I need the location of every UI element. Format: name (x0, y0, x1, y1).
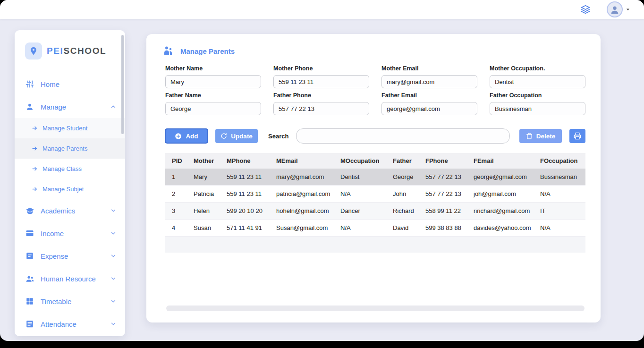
sidebar-item-human-resource[interactable]: Human Resource (15, 267, 125, 290)
user-avatar[interactable] (607, 1, 623, 17)
sidebar-item-label: Academics (41, 207, 110, 215)
sidebar-item-income[interactable]: Income (15, 222, 125, 245)
table-row[interactable]: 2 Patricia 559 11 23 11 patricia@gmail.c… (165, 186, 585, 203)
cell-fphone: 557 77 22 13 (422, 186, 470, 203)
sidebar-subitem-label: Manage Subjet (42, 186, 84, 193)
chevron-down-icon (110, 298, 117, 305)
cell-moccupation: N/A (337, 220, 389, 237)
sidebar-item-manage-student[interactable]: Manage Student (15, 118, 125, 138)
chevron-up-icon (110, 103, 117, 110)
sidebar-item-manage-class[interactable]: Manage Class (15, 159, 125, 179)
trash-icon (526, 133, 533, 139)
sidebar-subitem-label: Manage Class (42, 165, 82, 172)
search-input[interactable] (296, 128, 510, 144)
cell-moccupation: Dentist (337, 169, 389, 186)
cell-memail: mary@gmail.com (272, 169, 337, 186)
cell-father: George (389, 169, 422, 186)
update-button-label: Update (231, 133, 253, 140)
sidebar-item-label: Manage (41, 103, 110, 111)
sidebar-item-academics[interactable]: Academics (15, 199, 125, 222)
sidebar-item-label: Human Resource (41, 275, 110, 283)
mother-email-input[interactable] (381, 75, 477, 88)
cell-fphone: 557 77 22 13 (422, 169, 470, 186)
father-email-input[interactable] (381, 102, 477, 115)
column-header[interactable]: MEmail (272, 153, 337, 169)
sidebar-subitem-label: Manage Student (42, 125, 87, 132)
cell-fphone: 558 99 11 22 (422, 203, 470, 220)
column-header[interactable]: FEmail (470, 153, 536, 169)
cell-father: John (389, 186, 422, 203)
layers-icon[interactable] (580, 4, 591, 15)
table-header: PID Mother MPhone MEmail MOccupation Fat… (165, 153, 585, 169)
arrow-right-icon (32, 125, 38, 131)
field-label: Mother Phone (273, 65, 369, 72)
table-row[interactable]: 1 Mary 559 11 23 11 mary@gmail.com Denti… (165, 169, 585, 186)
field-label: Mother Name (165, 65, 261, 72)
chevron-down-icon (110, 230, 117, 237)
add-button[interactable]: Add (165, 129, 208, 143)
update-button[interactable]: Update (215, 129, 258, 143)
column-header[interactable]: FOccupation (536, 153, 585, 169)
column-header[interactable]: PID (165, 153, 190, 169)
column-header[interactable]: FPhone (422, 153, 470, 169)
search-label: Search (268, 133, 288, 140)
field-label: Father Occupation (490, 92, 585, 99)
field-label: Mother Occupation. (490, 65, 585, 72)
field-mother-name: Mother Name (165, 65, 261, 88)
cell-father: David (389, 220, 422, 237)
cell-foccupation: N/A (536, 186, 585, 203)
mother-name-input[interactable] (165, 75, 261, 88)
horizontal-scrollbar[interactable] (166, 306, 585, 311)
sidebar: PEISCHOOL Home Manage (15, 30, 125, 336)
people-icon (25, 274, 34, 283)
receipt-card-icon (25, 251, 34, 261)
parents-icon (162, 45, 174, 57)
chevron-down-icon (110, 253, 117, 259)
column-header[interactable]: Father (389, 153, 422, 169)
arrow-right-icon (32, 166, 38, 172)
empty-table-row (165, 237, 585, 253)
cell-pid: 3 (165, 203, 190, 220)
sidebar-nav: Home Manage Manage Student (15, 73, 125, 335)
father-phone-input[interactable] (273, 102, 369, 115)
parents-table: PID Mother MPhone MEmail MOccupation Fat… (165, 153, 585, 237)
sidebar-item-manage[interactable]: Manage (15, 95, 125, 118)
cell-femail: joh@gmail.com (470, 186, 536, 203)
delete-button[interactable]: Delete (519, 129, 562, 143)
cell-pid: 4 (165, 220, 190, 237)
sidebar-scrollbar[interactable] (121, 35, 124, 134)
parents-table-region: PID Mother MPhone MEmail MOccupation Fat… (165, 153, 585, 312)
field-label: Father Phone (273, 92, 369, 99)
sidebar-subitem-label: Manage Parents (42, 145, 87, 152)
table-row[interactable]: 3 Helen 599 20 10 20 hoheln@gmail.com Da… (165, 203, 585, 220)
print-button[interactable] (569, 129, 585, 143)
delete-button-label: Delete (536, 133, 556, 140)
father-name-input[interactable] (165, 102, 261, 115)
sidebar-item-expense[interactable]: Expense (15, 245, 125, 267)
column-header[interactable]: Mother (190, 153, 223, 169)
sidebar-item-manage-parents[interactable]: Manage Parents (15, 138, 125, 159)
arrow-right-icon (32, 186, 38, 192)
cell-father: Richard (389, 203, 422, 220)
sidebar-item-home[interactable]: Home (15, 73, 125, 95)
mother-occupation-input[interactable] (490, 75, 585, 88)
credit-card-icon (25, 229, 34, 238)
sidebar-item-manage-subjet[interactable]: Manage Subjet (15, 179, 125, 199)
sidebar-item-timetable[interactable]: Timetable (15, 290, 125, 313)
mother-phone-input[interactable] (273, 75, 369, 88)
table-empty-area (165, 253, 585, 306)
sidebar-item-label: Income (41, 229, 110, 238)
table-row[interactable]: 4 Susan 571 11 41 91 Susan@gmail.com N/A… (165, 220, 585, 237)
column-header[interactable]: MOccupation (337, 153, 389, 169)
cell-pid: 2 (165, 186, 190, 203)
chevron-down-icon (110, 321, 117, 327)
father-occupation-input[interactable] (490, 102, 585, 115)
plus-circle-icon (175, 133, 182, 140)
field-father-name: Father Name (165, 92, 261, 115)
sidebar-item-attendance[interactable]: Attendance (15, 313, 125, 335)
sidebar-item-label: Home (41, 80, 117, 88)
caret-down-icon[interactable] (625, 6, 632, 13)
column-header[interactable]: MPhone (223, 153, 272, 169)
cell-mother: Helen (190, 203, 223, 220)
brand-logo[interactable]: PEISCHOOL (15, 30, 125, 66)
